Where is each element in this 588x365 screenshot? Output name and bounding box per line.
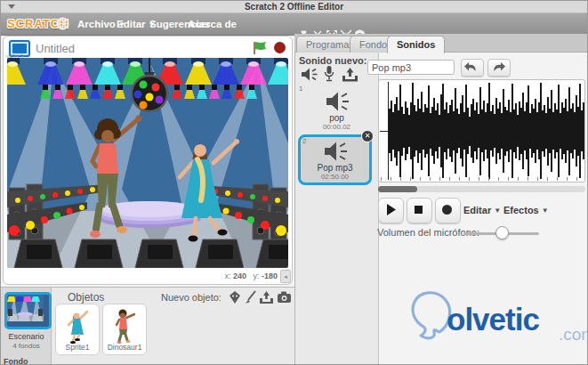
undo-button[interactable] [461, 59, 484, 77]
speaker-library-icon[interactable] [301, 67, 318, 82]
sprite-library-icon[interactable] [228, 290, 242, 304]
sprite-card-sprite1[interactable]: Sprite1 [55, 304, 100, 355]
sprite-card-name: Sprite1 [56, 343, 99, 352]
stage-thumbnail-count: 4 fondos [1, 342, 52, 350]
watermark-text: olvetic [447, 302, 539, 337]
window-title: Scratch 2 Offline Editor [1, 2, 587, 12]
stage-column: Escenario 4 fondos Fondo nuevo: [1, 288, 52, 365]
green-flag-icon[interactable] [253, 41, 268, 55]
os-title-bar: Scratch 2 Offline Editor [1, 1, 587, 13]
sound-name-input[interactable] [367, 60, 455, 75]
sound-duration: 02:50.00 [301, 173, 369, 181]
camera-icon[interactable] [277, 290, 292, 304]
waveform-ticks [381, 177, 584, 181]
waveform-bars [389, 82, 583, 180]
stage-panel: v439.3 Untitled [3, 36, 293, 285]
upload-sprite-icon[interactable] [259, 290, 274, 304]
solvetic-watermark: olvetic .com [406, 279, 584, 363]
new-backdrop-label: Fondo nuevo: [4, 357, 51, 365]
project-name[interactable]: Untitled [36, 42, 75, 55]
close-icon[interactable]: ✕ [361, 130, 374, 142]
waveform-scroll-thumb[interactable] [378, 186, 417, 192]
stage-thumbnail-name: Escenario [1, 332, 52, 341]
upload-sound-icon[interactable] [342, 67, 358, 82]
mic-volume-thumb[interactable] [495, 226, 509, 239]
sound-name: pop [295, 113, 378, 123]
language-globe-icon[interactable] [56, 17, 69, 30]
sound-speaker-icon [324, 90, 350, 113]
stage-scene[interactable] [7, 58, 288, 268]
sound-name: Pop mp3 [301, 163, 369, 173]
waveform-display[interactable] [378, 79, 585, 182]
microphone-record-icon[interactable] [324, 65, 334, 83]
stage-resize-handle[interactable]: ◂ [280, 270, 291, 283]
tab-strip: Programas Fondos Sonidos [294, 34, 588, 53]
sound-item-pop-mp3[interactable]: 2 Pop mp3 02:50.00 [298, 134, 372, 185]
paintbrush-icon[interactable] [245, 290, 257, 304]
effects-dropdown[interactable]: Efectos ▼ [503, 205, 549, 215]
sprites-header: Objetos [68, 291, 104, 304]
edit-dropdown[interactable]: Editar ▼ [463, 205, 501, 215]
tab-sonidos[interactable]: Sonidos [387, 36, 445, 53]
app-window: Scratch 2 Offline Editor SCRATCH Archivo… [0, 0, 588, 365]
sounds-column: Sonido nuevo: 1 pop 00:00.02 2 [294, 53, 379, 365]
mouse-coords: x: 240 y: -180 [224, 272, 278, 280]
sound-speaker-icon [322, 140, 349, 163]
new-sprite-label: Nuevo objeto: [161, 292, 222, 303]
stage-coords-row: x: 240 y: -180 ◂ [4, 268, 292, 284]
redo-button[interactable] [487, 59, 511, 77]
stop-button[interactable] [274, 42, 286, 53]
menu-acerca-de[interactable]: Acerca de [188, 19, 237, 29]
stage-thumbnail[interactable] [4, 292, 52, 329]
play-button[interactable] [378, 198, 404, 223]
sound-item-index: 2 [302, 137, 306, 145]
sprite1-thumbnail [65, 308, 90, 344]
sound-item-pop[interactable]: pop 00:00.02 [295, 90, 378, 131]
watermark-suffix: .com [559, 325, 588, 345]
waveform-zero-line [380, 131, 388, 132]
sprite-card-dinosaur1[interactable]: Dinosaur1 [102, 304, 147, 355]
dinosaur1-thumbnail [112, 308, 137, 344]
record-button[interactable] [435, 198, 461, 223]
sprite-card-name: Dinosaur1 [103, 343, 146, 352]
menu-bar: SCRATCH Archivo ▼ Editar ▼ Sugerencias A… [1, 13, 587, 36]
waveform-scrollbar[interactable] [378, 186, 585, 192]
sprites-panel: Escenario 4 fondos Fondo nuevo: Objetos … [1, 287, 294, 365]
stop-sound-button[interactable] [407, 198, 432, 223]
